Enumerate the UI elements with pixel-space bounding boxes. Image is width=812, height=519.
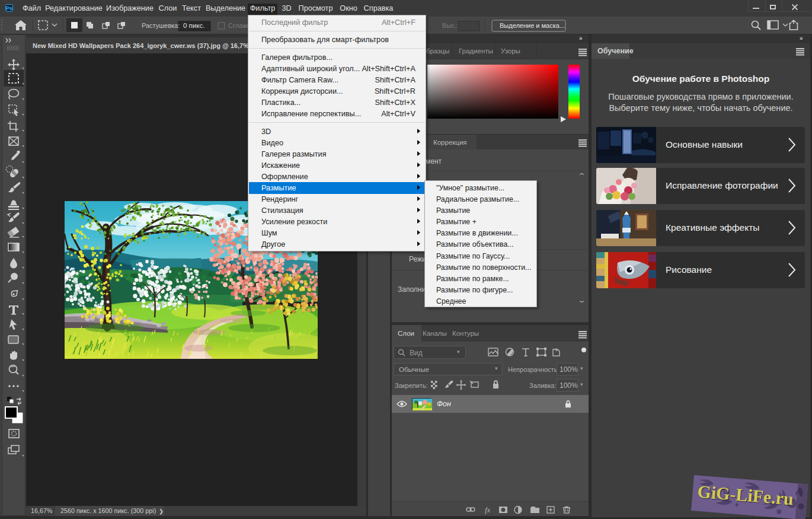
svg-text:fx: fx (485, 505, 491, 514)
